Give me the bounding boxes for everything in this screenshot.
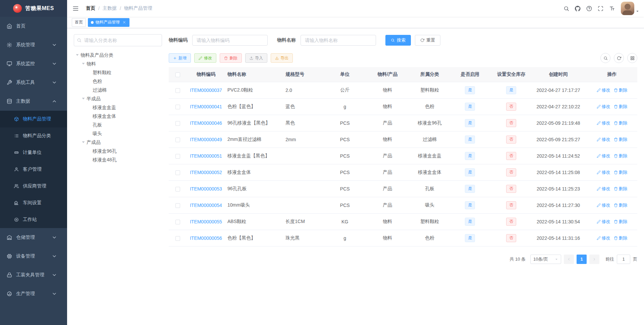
material-code-link[interactable]: ITEM00000055	[190, 219, 222, 224]
material-name-input[interactable]	[301, 35, 376, 46]
material-code-link[interactable]: ITEM00000046	[190, 120, 222, 126]
refresh-button[interactable]	[614, 53, 624, 63]
tree-node[interactable]: 吸头	[74, 129, 162, 138]
tree-node[interactable]: 移液盒96孔	[74, 147, 162, 156]
sidebar-item-system-tools[interactable]: 系统工具	[0, 73, 67, 92]
sidebar-subitem-customer-management[interactable]: 客户管理	[0, 161, 67, 178]
sidebar-item-production-management[interactable]: 生产管理	[0, 284, 67, 303]
next-page-button[interactable]	[589, 255, 599, 264]
fullscreen-button[interactable]	[595, 0, 606, 17]
tab-home[interactable]: 首页	[72, 18, 86, 27]
sidebar-subitem-measure-unit[interactable]: 计量单位	[0, 144, 67, 161]
material-code-link[interactable]: ITEM00000056	[190, 235, 222, 241]
row-checkbox[interactable]	[175, 187, 180, 192]
tree-node[interactable]: 移液盒盒盖	[74, 103, 162, 112]
row-delete-link[interactable]: 删除	[614, 186, 628, 192]
row-edit-link[interactable]: 修改	[597, 153, 610, 159]
row-delete-link[interactable]: 删除	[614, 219, 628, 225]
tree-node[interactable]: 物料	[74, 60, 162, 68]
row-delete-link[interactable]: 删除	[614, 153, 628, 159]
material-code-link[interactable]: ITEM00000053	[190, 186, 222, 192]
row-delete-link[interactable]: 删除	[614, 235, 628, 241]
sidebar-subitem-supplier-management[interactable]: 供应商管理	[0, 178, 67, 195]
toggle-search-button[interactable]	[600, 53, 610, 63]
sidebar-item-warehouse-management[interactable]: 仓储管理	[0, 228, 67, 247]
sidebar-item-system-management[interactable]: 系统管理	[0, 36, 67, 54]
tree-node[interactable]: 半成品	[74, 95, 162, 103]
sidebar-item-system-monitor[interactable]: 系统监控	[0, 54, 67, 73]
row-edit-link[interactable]: 修改	[597, 219, 610, 225]
current-page-button[interactable]: 1	[577, 255, 587, 264]
row-edit-link[interactable]: 修改	[597, 186, 610, 192]
edit-button[interactable]: 修改	[194, 53, 216, 63]
material-code-link[interactable]: ITEM00000051	[190, 153, 222, 159]
goto-page-input[interactable]	[617, 255, 630, 264]
row-delete-link[interactable]: 删除	[614, 137, 628, 143]
row-checkbox[interactable]	[175, 220, 180, 224]
tree-node[interactable]: 产成品	[74, 138, 162, 147]
tree-node[interactable]: 移液盒盒体	[74, 112, 162, 121]
row-delete-link[interactable]: 删除	[614, 87, 628, 93]
row-edit-link[interactable]: 修改	[597, 104, 610, 110]
row-checkbox[interactable]	[175, 105, 180, 109]
tree-caret-icon[interactable]	[80, 60, 87, 68]
row-checkbox[interactable]	[175, 154, 180, 159]
font-size-button[interactable]	[606, 0, 618, 17]
tree-node[interactable]: 孔板	[74, 121, 162, 129]
material-code-link[interactable]: ITEM00000037	[190, 88, 222, 93]
row-edit-link[interactable]: 修改	[597, 137, 610, 143]
row-edit-link[interactable]: 修改	[597, 169, 610, 175]
row-checkbox[interactable]	[175, 170, 180, 175]
breadcrumb-item-home[interactable]: 首页	[86, 5, 95, 11]
sidebar-subitem-material-product-category[interactable]: 物料产品分类	[0, 127, 67, 144]
tree-caret-icon[interactable]	[80, 95, 87, 103]
tree-node[interactable]: 物料及产品分类	[74, 51, 162, 60]
add-button[interactable]: 新增	[169, 53, 191, 63]
row-delete-link[interactable]: 删除	[614, 120, 628, 126]
row-delete-link[interactable]: 删除	[614, 104, 628, 110]
sidebar-toggle-button[interactable]	[67, 0, 84, 17]
row-edit-link[interactable]: 修改	[597, 235, 610, 241]
tree-node[interactable]: 色粉	[74, 77, 162, 86]
tab-material-product-management[interactable]: 物料产品管理	[88, 18, 129, 27]
tree-caret-icon[interactable]	[80, 138, 87, 147]
reset-button[interactable]: 重置	[415, 35, 440, 46]
material-code-link[interactable]: ITEM00000049	[190, 137, 222, 142]
sidebar-subitem-workshop-settings[interactable]: 车间设置	[0, 195, 67, 211]
row-edit-link[interactable]: 修改	[597, 120, 610, 126]
page-size-select[interactable]: 10条/页	[530, 255, 561, 264]
user-menu-caret-icon[interactable]	[636, 9, 639, 13]
tree-node[interactable]: 过滤棉	[74, 86, 162, 95]
avatar[interactable]	[621, 2, 634, 15]
tree-caret-icon[interactable]	[74, 51, 80, 60]
row-checkbox[interactable]	[175, 138, 180, 142]
column-settings-button[interactable]	[627, 53, 637, 63]
sidebar-item-home[interactable]: 首页	[0, 17, 67, 36]
import-button[interactable]: 导入	[245, 53, 267, 63]
row-edit-link[interactable]: 修改	[597, 87, 610, 93]
material-code-link[interactable]: ITEM00000052	[190, 170, 222, 175]
tree-node[interactable]: 移液盒48孔	[74, 156, 162, 164]
delete-button[interactable]: 删除	[220, 53, 242, 63]
row-checkbox[interactable]	[175, 88, 180, 93]
row-checkbox[interactable]	[175, 203, 180, 208]
help-button[interactable]	[583, 0, 595, 17]
row-checkbox[interactable]	[175, 236, 180, 241]
search-button[interactable]: 搜索	[385, 35, 411, 46]
header-search-button[interactable]	[560, 0, 572, 17]
material-code-link[interactable]: ITEM00000054	[190, 203, 222, 208]
row-edit-link[interactable]: 修改	[597, 202, 610, 208]
sidebar-item-master-data[interactable]: 主数据	[0, 92, 67, 111]
row-delete-link[interactable]: 删除	[614, 202, 628, 208]
material-code-link[interactable]: ITEM00000041	[190, 104, 222, 109]
sidebar-subitem-material-product-management[interactable]: 物料产品管理	[0, 111, 67, 127]
prev-page-button[interactable]	[564, 255, 574, 264]
export-button[interactable]: 导出	[271, 53, 293, 63]
sidebar-item-equipment-management[interactable]: 设备管理	[0, 247, 67, 266]
close-icon[interactable]	[122, 20, 126, 25]
category-search-input[interactable]	[74, 34, 162, 46]
row-checkbox[interactable]	[175, 121, 180, 126]
row-delete-link[interactable]: 删除	[614, 169, 628, 175]
sidebar-subitem-workstation[interactable]: 工作站	[0, 211, 67, 228]
material-code-input[interactable]	[192, 35, 268, 46]
